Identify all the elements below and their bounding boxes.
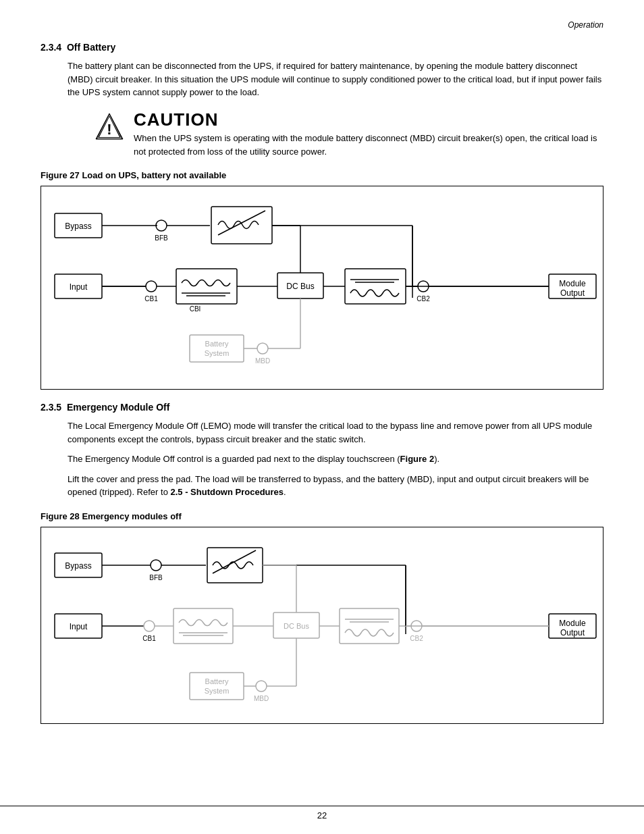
section-234-text1: The battery plant can be disconnected fr… — [68, 59, 603, 99]
diagram27-container: .diag-label { font-family: Arial, sans-s… — [41, 186, 603, 390]
figure28-title: Figure 28 Emergency modules off — [41, 511, 603, 521]
page-header: Operation — [41, 20, 603, 30]
svg-text:Module: Module — [559, 619, 586, 628]
svg-point-8 — [156, 220, 167, 231]
svg-rect-47 — [190, 335, 244, 362]
svg-text:Battery: Battery — [205, 677, 229, 685]
svg-rect-79 — [340, 608, 399, 644]
section-235-title: 2.3.5 Emergency Module Off — [41, 402, 603, 413]
svg-text:Input: Input — [70, 282, 88, 292]
section-234-number: 2.3.4 — [41, 42, 61, 53]
svg-text:Module: Module — [559, 279, 586, 288]
svg-point-51 — [257, 343, 268, 354]
caution-title: CAUTION — [134, 110, 603, 130]
diagram27-svg: .diag-label { font-family: Arial, sans-s… — [48, 193, 601, 382]
svg-text:Output: Output — [560, 628, 585, 637]
svg-text:CB1: CB1 — [144, 295, 158, 303]
section-235-text2: The Emergency Module Off control is a gu… — [68, 452, 603, 466]
caution-icon: ! — [95, 111, 124, 141]
svg-point-58 — [151, 560, 161, 571]
svg-text:Input: Input — [70, 622, 88, 631]
page-number: 22 — [317, 810, 327, 820]
svg-rect-61 — [207, 548, 263, 583]
svg-text:DC Bus: DC Bus — [284, 622, 309, 630]
svg-rect-93 — [190, 673, 244, 700]
svg-point-68 — [144, 621, 155, 631]
svg-text:CBI: CBI — [190, 305, 201, 313]
caution-text: When the UPS system is operating with th… — [134, 132, 603, 158]
svg-point-19 — [146, 281, 157, 292]
svg-text:!: ! — [107, 121, 111, 138]
svg-point-97 — [256, 681, 267, 692]
figure27-title: Figure 27 Load on UPS, battery not avail… — [41, 170, 603, 180]
svg-text:System: System — [205, 687, 230, 695]
svg-text:MBD: MBD — [255, 357, 270, 365]
section-234-heading: Off Battery — [67, 42, 115, 53]
header-text: Operation — [568, 20, 603, 30]
svg-text:Bypass: Bypass — [65, 221, 91, 231]
svg-rect-24 — [176, 269, 237, 304]
section-234-body: The battery plant can be disconnected fr… — [68, 59, 603, 158]
diagram28-container: .diag-label { font-family: Arial, sans-s… — [41, 527, 603, 724]
section-235-number: 2.3.5 — [41, 402, 61, 413]
diagram28-svg: .diag-label { font-family: Arial, sans-s… — [48, 534, 601, 716]
svg-text:System: System — [205, 349, 230, 357]
page-footer: 22 — [0, 806, 644, 820]
svg-text:CB2: CB2 — [410, 635, 423, 642]
section-235-body: The Local Emergency Module Off (LEMO) mo… — [68, 419, 603, 499]
section-234-title: 2.3.4 Off Battery — [41, 42, 603, 53]
caution-content: CAUTION When the UPS system is operating… — [134, 110, 603, 159]
svg-text:DC Bus: DC Bus — [286, 282, 314, 291]
svg-text:MBD: MBD — [254, 695, 269, 702]
svg-text:BFB: BFB — [149, 574, 163, 581]
svg-text:CB2: CB2 — [417, 295, 430, 303]
svg-text:Bypass: Bypass — [65, 561, 91, 571]
svg-text:CB1: CB1 — [142, 635, 156, 642]
svg-text:Output: Output — [560, 288, 585, 298]
section-235-text3: Lift the cover and press the pad. The lo… — [68, 473, 603, 499]
section-235-text1: The Local Emergency Module Off (LEMO) mo… — [68, 419, 603, 446]
section-235-heading: Emergency Module Off — [67, 402, 169, 413]
page: Operation 2.3.4 Off Battery The battery … — [0, 0, 644, 834]
svg-text:Battery: Battery — [205, 340, 229, 348]
svg-text:BFB: BFB — [155, 234, 168, 242]
svg-rect-32 — [345, 269, 406, 304]
caution-box: ! CAUTION When the UPS system is operati… — [95, 110, 603, 159]
